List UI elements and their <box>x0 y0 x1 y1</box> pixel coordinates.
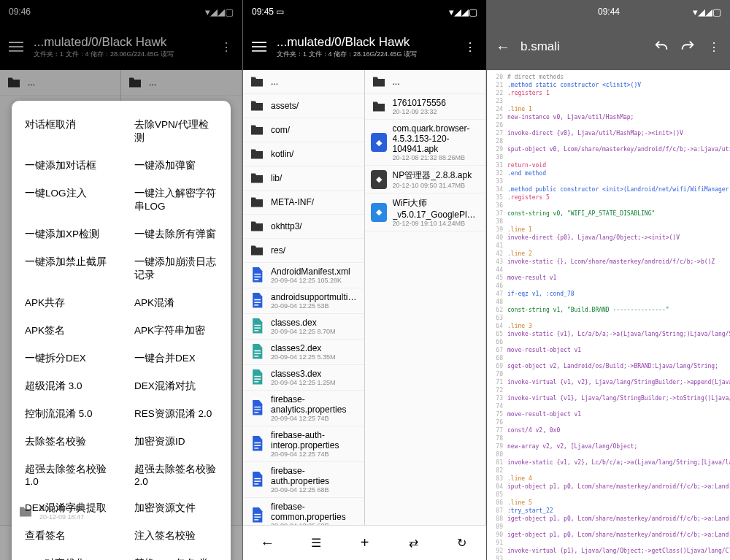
svg-rect-9 <box>254 299 261 300</box>
menu-item[interactable]: 超强去除签名校验1.0 <box>12 456 121 494</box>
list-button[interactable]: ☰ <box>304 532 328 555</box>
menu-item[interactable]: 一键拆分DEX <box>12 345 121 372</box>
menu-item[interactable]: 查看签名 <box>12 522 121 550</box>
file-row[interactable]: androidsupportmultidexversion.txt20-09-0… <box>243 288 364 314</box>
file-name: androidsupportmultidexversion.txt <box>271 292 358 302</box>
editor-app-bar: ← b.smali ⋮ <box>487 23 730 70</box>
file-row[interactable]: META-INF/ <box>243 191 364 215</box>
menu-item[interactable]: APK混淆 <box>121 289 231 317</box>
document-icon <box>249 293 265 309</box>
menu-item[interactable]: 一键添加对话框 <box>12 152 121 180</box>
refresh-button[interactable]: ↻ <box>450 532 474 555</box>
menu-item[interactable]: 一键去除所有弹窗 <box>121 220 231 248</box>
file-row[interactable]: firebase-common.properties20-09-04 12:25… <box>243 498 364 525</box>
svg-rect-10 <box>254 302 261 302</box>
svg-rect-7 <box>254 276 261 277</box>
file-row[interactable]: classes3.dex20-09-04 12:25 1.25M <box>243 365 364 391</box>
file-row[interactable]: classes.dex20-09-04 12:25 8.70M <box>243 314 364 340</box>
file-row[interactable]: com/ <box>243 118 364 142</box>
menu-item[interactable]: 注入签名校验 <box>121 522 231 550</box>
file-row[interactable]: ◆com.quark.browser-4.5.3.153-120-104941.… <box>365 120 486 166</box>
folder-icon <box>371 99 387 115</box>
menu-item[interactable]: 超强去除签名校验2.0 <box>121 456 231 494</box>
hamburger-icon[interactable] <box>250 38 268 55</box>
file-row[interactable]: ◆NP管理器_2.8.8.apk20-12-10 09:50 31.47MB <box>365 166 486 193</box>
back-icon[interactable]: ← <box>494 38 512 55</box>
menu-item[interactable]: 去除VPN/代理检测 <box>121 111 231 152</box>
menu-item[interactable]: 一键注入解密字符串LOG <box>121 180 231 220</box>
menu-item[interactable]: 加密资源文件 <box>121 494 231 522</box>
code-editor[interactable]: 20 21 22 23 24 25 26 27 28 29 30 31 32 3… <box>487 70 730 560</box>
file-row[interactable]: classes2.dex20-09-04 12:25 5.35M <box>243 340 364 365</box>
undo-icon[interactable] <box>653 38 670 55</box>
right-pane[interactable]: ...1761017555620-12-09 23:32◆com.quark.b… <box>365 70 487 525</box>
file-name: kotlin/ <box>271 149 358 159</box>
file-row[interactable]: ... <box>243 70 364 94</box>
document-icon <box>249 436 265 452</box>
file-row[interactable]: res/ <box>243 239 364 263</box>
code-content[interactable]: # direct methods .method static construc… <box>506 70 730 560</box>
menu-item[interactable]: 去除签名校验 <box>12 428 121 456</box>
file-row[interactable]: assets/ <box>243 94 364 118</box>
more-icon[interactable]: ⋮ <box>461 38 479 55</box>
menu-item[interactable]: 一键添加禁止截屏 <box>12 248 121 289</box>
menu-item[interactable]: 对话框取消 <box>12 111 121 152</box>
file-row[interactable]: firebase-auth.properties20-09-04 12:25 6… <box>243 462 364 498</box>
sort-button[interactable]: ⇄ <box>402 532 425 555</box>
file-meta: 20-09-04 12:25 1.25M <box>271 379 358 386</box>
menu-item[interactable]: APK对齐优化 <box>12 550 121 560</box>
status-time: 09:45 <box>252 7 274 17</box>
file-row[interactable]: firebase-auth-interop.properties20-09-04… <box>243 426 364 462</box>
add-button[interactable]: + <box>353 532 376 555</box>
menu-item[interactable]: APK字符串加密 <box>121 317 231 345</box>
svg-rect-5 <box>252 50 266 52</box>
file-row[interactable]: AndroidManifest.xml20-09-04 12:25 105.28… <box>243 263 364 288</box>
file-name: WiFi大师_v5.0.17_GooglePlay(1).apk <box>393 197 480 220</box>
menu-item[interactable]: 替换DEX包名/类名 <box>121 550 231 560</box>
redo-icon[interactable] <box>679 38 696 55</box>
svg-rect-14 <box>254 330 258 331</box>
file-name: ... <box>393 77 480 87</box>
file-name: classes.dex <box>271 318 358 328</box>
file-name: NP管理器_2.8.8.apk <box>393 169 480 182</box>
file-meta: 20-09-04 12:25 53B <box>271 302 358 310</box>
file-row[interactable]: kotlin/ <box>243 142 364 166</box>
menu-item[interactable]: 一键添加崩溃日志记录 <box>121 248 231 289</box>
file-meta: 20-12-09 23:32 <box>393 108 480 115</box>
svg-rect-13 <box>254 327 261 328</box>
menu-item[interactable]: 控制流混淆 5.0 <box>12 400 121 428</box>
file-row[interactable]: ◆WiFi大师_v5.0.17_GooglePlay(1).apk20-12-0… <box>365 193 486 231</box>
svg-rect-27 <box>254 478 261 479</box>
menu-item[interactable]: 一键添加弹窗 <box>121 152 231 180</box>
svg-rect-20 <box>254 381 258 382</box>
file-row[interactable]: ... <box>365 70 486 94</box>
file-name: firebase-auth.properties <box>271 466 358 486</box>
menu-item[interactable]: DEX混淆对抗 <box>121 372 231 400</box>
file-name: okhttp3/ <box>271 221 358 231</box>
menu-item[interactable]: APK共存 <box>12 289 121 317</box>
svg-rect-32 <box>254 519 258 520</box>
dex-icon <box>249 318 265 334</box>
folder-icon <box>249 242 265 258</box>
file-row[interactable]: okhttp3/ <box>243 215 364 239</box>
file-row[interactable]: firebase-analytics.properties20-09-04 12… <box>243 391 364 426</box>
svg-rect-21 <box>254 407 261 407</box>
file-meta: 20-09-04 12:25 68B <box>271 486 358 494</box>
file-row[interactable]: 1761017555620-12-09 23:32 <box>365 94 486 120</box>
svg-rect-16 <box>254 353 261 353</box>
back-button[interactable]: ← <box>256 532 279 555</box>
menu-item[interactable]: 一键LOG注入 <box>12 180 121 220</box>
menu-item[interactable]: RES资源混淆 2.0 <box>121 400 231 428</box>
file-row[interactable]: lib/ <box>243 166 364 191</box>
file-name: com.quark.browser-4.5.3.153-120-104941.a… <box>393 123 480 154</box>
status-icons: ▾◢◢▢ <box>693 7 721 18</box>
file-meta: 20-12-08 21:32 88.26MB <box>393 154 480 161</box>
left-pane[interactable]: ...assets/com/kotlin/lib/META-INF/okhttp… <box>243 70 365 525</box>
menu-item[interactable]: APK签名 <box>12 317 121 345</box>
menu-item[interactable]: 一键合并DEX <box>121 345 231 372</box>
menu-item[interactable]: 加密资源ID <box>121 428 231 456</box>
file-meta: 20-09-04 12:25 5.35M <box>271 353 358 361</box>
menu-item[interactable]: 超级混淆 3.0 <box>12 372 121 400</box>
menu-item[interactable]: 一键添加XP检测 <box>12 220 121 248</box>
more-icon[interactable]: ⋮ <box>705 38 723 55</box>
